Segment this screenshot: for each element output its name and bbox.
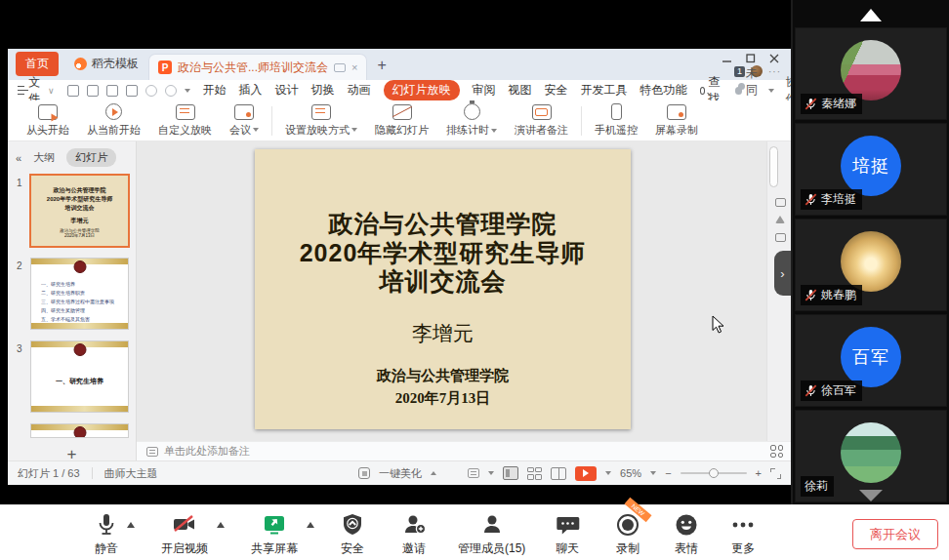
more-button[interactable]: 更多	[730, 512, 756, 557]
duplicate-slides-icon[interactable]	[775, 233, 786, 242]
start-video-button[interactable]: 开启视频	[161, 512, 208, 557]
redo-icon[interactable]	[165, 85, 177, 97]
wps-document-tab[interactable]: P 政治与公共管...师培训交流会 ×	[148, 54, 367, 80]
slide-sorter-grid-icon[interactable]	[770, 445, 783, 458]
outline-tab[interactable]: 大纲	[33, 150, 55, 165]
ribbon-from-beginning[interactable]: 从头开始	[18, 104, 78, 138]
camera-options-caret-icon[interactable]	[217, 522, 225, 528]
undo-icon[interactable]	[145, 85, 157, 97]
ribbon-phone-remote[interactable]: 手机遥控	[586, 103, 646, 138]
menu-animation[interactable]: 动画	[348, 82, 371, 99]
menu-start[interactable]: 开始	[203, 82, 227, 99]
microphone-icon	[95, 512, 118, 538]
minimize-icon[interactable]	[722, 54, 732, 63]
wps-docer-tab[interactable]: 稻壳模板	[64, 51, 148, 80]
emoji-button[interactable]: 表情	[674, 512, 699, 557]
maximize-icon[interactable]	[746, 54, 756, 63]
tab-close-icon[interactable]: ×	[351, 61, 357, 73]
slide-title-line1: 政治与公共管理学院	[255, 210, 631, 239]
beautify-caret-icon[interactable]	[431, 471, 436, 475]
new-tab-button[interactable]: +	[367, 57, 395, 80]
scroll-up-arrow-icon[interactable]	[860, 9, 882, 21]
ribbon-speaker-notes[interactable]: 演讲者备注	[506, 104, 577, 138]
reading-view-button[interactable]	[551, 467, 566, 480]
menu-slideshow-active[interactable]: 幻灯片放映	[384, 80, 460, 100]
menu-review[interactable]: 审阅	[473, 82, 496, 99]
slide-thumbnail-3[interactable]: 3 一、研究生培养	[31, 341, 128, 412]
security-button[interactable]: 安全	[341, 512, 364, 557]
fullscreen-icon[interactable]	[770, 468, 781, 479]
ribbon-from-current[interactable]: 从当前开始	[78, 103, 149, 138]
zoom-level[interactable]: 65%	[620, 467, 641, 479]
menu-insert[interactable]: 插入	[239, 82, 263, 99]
ribbon-hide-slide[interactable]: 隐藏幻灯片	[366, 104, 437, 138]
slide-thumbnail-4-partial[interactable]	[31, 424, 128, 437]
expand-sidebar-tab[interactable]: ›	[774, 251, 791, 296]
participant-tile[interactable]: 徐莉	[795, 410, 947, 502]
slide-settings-icon[interactable]	[775, 198, 786, 207]
mute-button[interactable]: 静音	[95, 512, 118, 557]
mute-options-caret-icon[interactable]	[127, 522, 135, 528]
manage-members-button[interactable]: 管理成员(15)	[458, 512, 525, 557]
normal-view-button[interactable]	[503, 466, 518, 480]
ribbon-setup-show[interactable]: 设置放映方式	[276, 104, 366, 138]
participant-avatar-initials: 培挺	[841, 136, 901, 196]
smart-beautify-star-icon[interactable]	[775, 216, 785, 223]
share-options-caret-icon[interactable]	[307, 522, 314, 528]
slide-thumbnail-1[interactable]: 1 政治与公共管理学院 2020年学术型研究生导师 培训交流会 李增元 政治与公…	[31, 176, 128, 246]
beautify-wand-icon[interactable]	[358, 467, 370, 479]
slides-tab-selected[interactable]: 幻灯片	[66, 148, 116, 167]
menu-security[interactable]: 安全	[545, 82, 568, 99]
zoom-in-button[interactable]: +	[756, 467, 762, 479]
ribbon-custom-show[interactable]: 自定义放映	[149, 104, 221, 138]
zoom-out-button[interactable]: −	[665, 467, 671, 479]
share-screen-button[interactable]: 共享屏幕	[251, 512, 298, 557]
scroll-down-arrow-icon[interactable]	[859, 490, 883, 501]
ribbon-meeting[interactable]: 会议	[221, 104, 268, 138]
thumb2-item: 三、研究生培养过程中需注意事项	[41, 298, 128, 306]
zoom-caret-icon[interactable]	[650, 471, 656, 475]
wps-home-tab[interactable]: 首页	[16, 52, 59, 76]
theme-name[interactable]: 曲师大主题	[104, 466, 158, 481]
participant-name-chip: 姚春鹏	[801, 285, 862, 305]
collapse-panel-icon[interactable]: «	[16, 152, 21, 164]
one-click-beautify[interactable]: 一键美化	[379, 466, 422, 481]
current-slide[interactable]: 政治与公共管理学院 2020年学术型研究生导师 培训交流会 李增元 政治与公共管…	[255, 149, 631, 429]
participant-tile[interactable]: 秦绪娜	[795, 27, 947, 120]
export-icon[interactable]	[126, 85, 138, 97]
print-icon[interactable]	[87, 85, 99, 97]
menu-view[interactable]: 视图	[509, 82, 532, 99]
notes-toggle-icon[interactable]	[468, 468, 479, 478]
save-icon[interactable]	[67, 85, 79, 97]
participant-tile[interactable]: 姚春鹏	[795, 219, 947, 311]
close-window-icon[interactable]	[769, 54, 779, 63]
menu-transition[interactable]: 切换	[311, 82, 335, 99]
leave-meeting-button[interactable]: 离开会议	[852, 519, 938, 549]
zoom-slider[interactable]	[681, 472, 747, 474]
quick-access-caret-icon[interactable]	[185, 89, 190, 93]
invite-button[interactable]: 邀请	[401, 512, 427, 557]
print-preview-icon[interactable]	[106, 85, 118, 97]
menu-design[interactable]: 设计	[275, 82, 299, 99]
participant-tile[interactable]: 培挺 李培挺	[795, 123, 947, 216]
ribbon-rehearse-timing[interactable]: 排练计时	[437, 103, 506, 138]
participant-tile[interactable]: 百军 徐百军	[795, 314, 947, 407]
play-options-caret-icon[interactable]	[605, 471, 611, 475]
notes-bar[interactable]: 单击此处添加备注	[137, 441, 791, 460]
meeting-toolbar: 静音 开启视频 共享屏幕	[0, 504, 949, 560]
wps-presentation-file-icon: P	[158, 60, 172, 74]
slide-sorter-view-button[interactable]	[527, 467, 542, 480]
chat-button[interactable]: 聊天	[555, 512, 580, 557]
slide-canvas[interactable]: 政治与公共管理学院 2020年学术型研究生导师 培训交流会 李增元 政治与公共管…	[137, 141, 766, 441]
zoom-slider-knob[interactable]	[709, 468, 719, 478]
file-caret-icon: ∨	[48, 86, 55, 96]
menu-devtools[interactable]: 开发工具	[581, 82, 628, 99]
record-button[interactable]: 录制	[615, 512, 640, 557]
menu-features[interactable]: 特色功能	[640, 82, 687, 99]
slideshow-play-button[interactable]	[575, 466, 597, 481]
ribbon-screen-record[interactable]: 屏幕录制	[646, 104, 707, 138]
vertical-scrollbar[interactable]	[769, 146, 778, 187]
thumb1-title-line: 2020年学术型研究生导师	[31, 195, 128, 204]
notes-toggle-caret-icon[interactable]	[488, 471, 494, 475]
slide-thumbnail-2[interactable]: 2 一、研究生培养 二、研究生培养职责 三、研究生培养过程中需注意事项 四、研究…	[31, 259, 128, 329]
